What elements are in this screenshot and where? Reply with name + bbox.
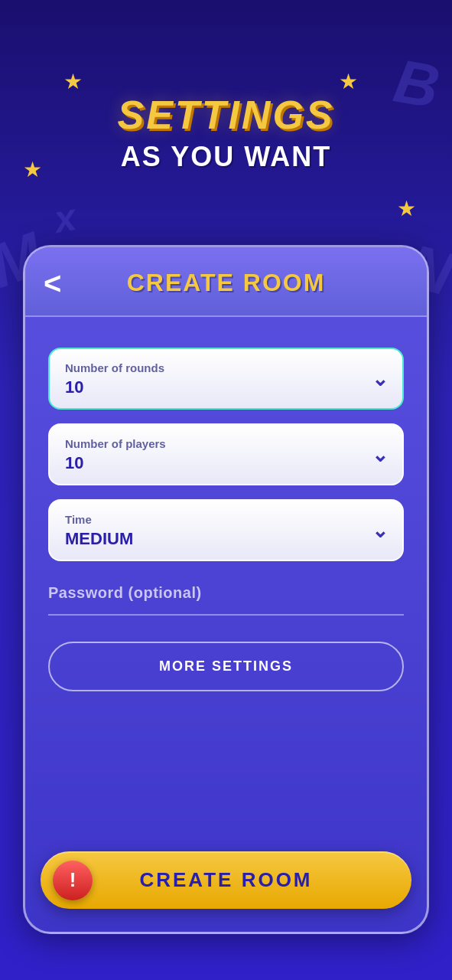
players-dropdown[interactable]: Number of players 10 ⌄ [48,423,404,485]
time-chevron-icon: ⌄ [372,518,389,542]
rounds-label: Number of rounds [65,361,387,374]
more-settings-button[interactable]: MORE SETTINGS [48,642,404,691]
password-section: Password (optional) [48,584,404,616]
create-room-card: < CREATE ROOM Number of rounds 10 ⌄ Numb… [23,245,429,934]
bg-letter-x: x [50,194,79,242]
rounds-dropdown[interactable]: Number of rounds 10 ⌄ [48,348,404,410]
players-label: Number of players [65,437,387,450]
time-label: Time [65,513,387,526]
time-dropdown[interactable]: Time MEDIUM ⌄ [48,499,404,561]
back-button[interactable]: < [44,268,61,299]
create-room-button-container: ! CREATE ROOM [41,851,411,909]
warning-symbol: ! [70,868,76,892]
rounds-value: 10 [65,377,387,397]
settings-subtitle: AS YOU WANT [0,141,452,173]
players-value: 10 [65,453,387,473]
header: SETTINGS AS YOU WANT [0,0,452,173]
rounds-chevron-icon: ⌄ [372,367,389,390]
create-room-label: CREATE ROOM [139,868,312,892]
password-label[interactable]: Password (optional) [48,584,404,602]
settings-title: SETTINGS [0,92,452,138]
star-4: ★ [397,196,416,221]
time-value: MEDIUM [65,529,387,549]
players-chevron-icon: ⌄ [372,443,389,466]
card-title: CREATE ROOM [127,269,326,297]
card-body: Number of rounds 10 ⌄ Number of players … [25,317,427,714]
card-header: < CREATE ROOM [25,247,427,317]
create-room-button[interactable]: ! CREATE ROOM [41,851,411,909]
warning-icon: ! [53,861,93,900]
